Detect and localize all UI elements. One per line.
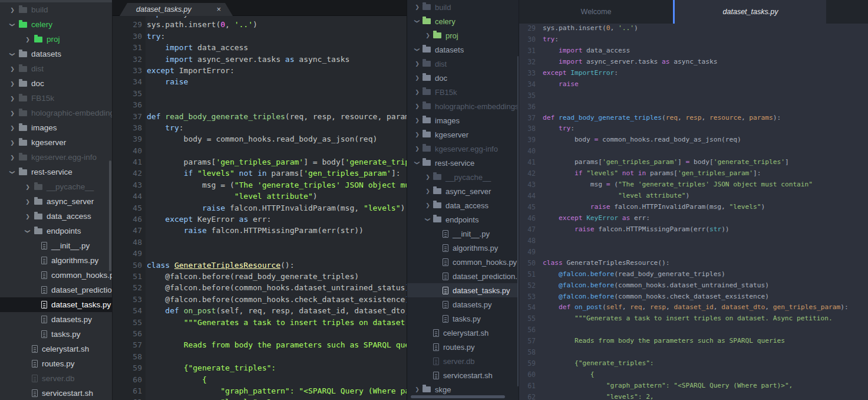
tree-item-datasets-py[interactable]: datasets.py <box>407 297 519 312</box>
chevron-right-icon[interactable]: ❯ <box>412 386 423 392</box>
tree-item-routes-py[interactable]: routes.py <box>0 356 112 371</box>
tree-item--pycache-[interactable]: ❯__pycache__ <box>0 179 112 194</box>
chevron-right-icon[interactable]: ❯ <box>21 37 34 42</box>
code-line[interactable]: 61 "graph_pattern": "<SPARQL Query (Wher… <box>519 382 868 393</box>
close-icon[interactable]: × <box>216 5 221 14</box>
code-line[interactable]: 61 "graph_pattern": "<SPARQL Query (Wher… <box>113 386 407 398</box>
chevron-right-icon[interactable]: ❯ <box>412 61 423 67</box>
tree-item-kgeserver-egg-info[interactable]: ❯kgeserver.egg-info <box>0 150 112 165</box>
chevron-down-icon[interactable]: ❯ <box>412 160 423 166</box>
chevron-down-icon[interactable]: ❯ <box>21 228 34 234</box>
code-line[interactable]: 30try: <box>113 32 407 43</box>
code-line[interactable]: 51 @falcon.before(read_body_generate_tri… <box>113 272 407 283</box>
code-line[interactable]: 62 "levels": 2, <box>519 393 868 400</box>
chevron-right-icon[interactable]: ❯ <box>412 146 423 152</box>
chevron-right-icon[interactable]: ❯ <box>6 7 19 13</box>
chevron-right-icon[interactable]: ❯ <box>6 96 19 101</box>
code-line[interactable]: 29sys.path.insert(0, '..') <box>519 24 868 35</box>
code-line[interactable]: 43 msg = ("The 'generate_triples' JSON o… <box>519 181 868 192</box>
tree-item-build[interactable]: ❯build <box>407 0 519 14</box>
tree-item-kgeserver-egg-info[interactable]: ❯kgeserver.egg-info <box>407 142 519 156</box>
tree-item-datasets[interactable]: ❯datasets <box>0 47 112 61</box>
tree-item-common-hooks-py[interactable]: common_hooks.py <box>0 268 112 283</box>
code-line[interactable]: 62 "levels": 2, <box>113 398 407 400</box>
code-line[interactable]: 53 @falcon.before(common_hooks.check_dat… <box>113 295 407 306</box>
code-line[interactable]: 51 @falcon.before(read_body_generate_tri… <box>519 270 868 281</box>
code-line[interactable]: 57 Reads from body the parameters such a… <box>113 340 407 352</box>
code-pane-left[interactable]: 28import sys29sys.path.insert(0, '..')30… <box>113 16 407 400</box>
code-line[interactable]: 44 "level attribute") <box>113 192 407 203</box>
code-line[interactable]: 34 raise <box>519 80 868 91</box>
tree-item-skge[interactable]: ❯skge <box>407 382 519 396</box>
code-line[interactable]: 43 msg = ("The 'generate_triples' JSON o… <box>113 181 407 192</box>
tree-item-holographic-embeddings[interactable]: ❯holographic-embeddings <box>0 106 112 120</box>
code-line[interactable]: 46 except KeyError as err: <box>113 215 407 226</box>
code-line[interactable]: 47 raise falcon.HTTPMissingParam(err(str… <box>519 225 868 237</box>
tree-item-datasets-py[interactable]: datasets.py <box>0 312 112 327</box>
code-line[interactable]: 59 {"generate_triples": <box>519 359 868 371</box>
chevron-down-icon[interactable]: ❯ <box>423 217 433 222</box>
code-line[interactable]: 41 params['gen_triples_param'] = body['g… <box>519 158 868 169</box>
tree-item-dist[interactable]: ❯dist <box>0 61 112 76</box>
chevron-right-icon[interactable]: ❯ <box>6 155 19 160</box>
tree-item-celerystart-sh[interactable]: celerystart.sh <box>0 342 112 356</box>
code-line[interactable]: 33except ImportError: <box>113 66 407 77</box>
tree-item-proj[interactable]: ❯proj <box>0 32 112 47</box>
tree-item-celery[interactable]: ❯celery <box>0 17 112 32</box>
chevron-right-icon[interactable]: ❯ <box>412 117 423 123</box>
code-line[interactable]: 50class GenerateTriplesResource(): <box>113 261 407 272</box>
tree-item-proj[interactable]: ❯proj <box>407 28 519 42</box>
tree-item--init-py[interactable]: __init__.py <box>407 227 519 241</box>
tree-item-algorithms-py[interactable]: algorithms.py <box>0 253 112 268</box>
tab-welcome[interactable]: Welcome <box>519 0 673 24</box>
chevron-right-icon[interactable]: ❯ <box>6 66 19 72</box>
chevron-down-icon[interactable]: ❯ <box>412 18 423 24</box>
chevron-right-icon[interactable]: ❯ <box>6 110 19 116</box>
code-line[interactable]: 30try: <box>519 35 868 47</box>
code-line[interactable]: 48 <box>113 238 407 249</box>
tree-item-common-hooks-py[interactable]: common_hooks.py <box>407 255 519 269</box>
code-line[interactable]: 28import sys <box>113 16 407 20</box>
code-line[interactable]: 49 <box>519 248 868 259</box>
code-line[interactable]: 31 import data_access <box>113 43 407 54</box>
code-line[interactable]: 48 <box>519 237 868 248</box>
code-line[interactable]: 60 { <box>519 371 868 382</box>
code-line[interactable]: 59 {"generate_triples": <box>113 363 407 375</box>
code-line[interactable]: 45 raise falcon.HTTPInvalidParam(msg, "l… <box>113 204 407 215</box>
code-line[interactable]: 34 raise <box>113 77 407 88</box>
scrollbar-thumb-horizontal[interactable] <box>411 395 505 398</box>
tree-item-dataset-tasks-py[interactable]: dataset_tasks.py <box>0 297 112 312</box>
code-line[interactable]: 52 @falcon.before(common_hooks.dataset_u… <box>113 283 407 294</box>
tab-dataset-tasks-right[interactable]: dataset_tasks.py <box>673 0 826 24</box>
code-line[interactable]: 35 <box>113 89 407 100</box>
chevron-down-icon[interactable]: ❯ <box>6 169 19 175</box>
tree-item-tasks-py[interactable]: tasks.py <box>0 327 112 342</box>
tree-item-async-server[interactable]: ❯async_server <box>407 184 519 198</box>
code-line[interactable]: 40 <box>519 147 868 158</box>
tree-item-data-access[interactable]: ❯data_access <box>0 209 112 224</box>
tree-item-dist[interactable]: ❯dist <box>407 57 519 71</box>
chevron-right-icon[interactable]: ❯ <box>6 125 19 131</box>
chevron-right-icon[interactable]: ❯ <box>21 184 34 190</box>
chevron-right-icon[interactable]: ❯ <box>21 199 34 205</box>
tree-item-build[interactable]: ❯build <box>0 2 112 17</box>
chevron-down-icon[interactable]: ❯ <box>6 51 19 57</box>
code-line[interactable]: 54 def on_post(self, req, resp, dataset_… <box>113 306 407 317</box>
code-line[interactable]: 44 "level attribute") <box>519 192 868 203</box>
tree-item-images[interactable]: ❯images <box>407 113 519 127</box>
chevron-right-icon[interactable]: ❯ <box>412 103 423 109</box>
tree-item-dataset-prediction-py[interactable]: dataset_prediction.py <box>407 269 519 283</box>
chevron-right-icon[interactable]: ❯ <box>6 140 19 146</box>
code-pane-right[interactable]: 29sys.path.insert(0, '..')30try:31 impor… <box>519 24 868 400</box>
code-line[interactable]: 32 import async_server.tasks as async_ta… <box>519 58 868 69</box>
tree-item-datasets[interactable]: ❯datasets <box>407 42 519 57</box>
code-line[interactable]: 55 """Generates a task to insert triples… <box>113 318 407 329</box>
tree-item-async-server[interactable]: ❯async_server <box>0 194 112 209</box>
code-line[interactable]: 46 except KeyError as err: <box>519 214 868 225</box>
code-line[interactable]: 42 if "levels" not in params['gen_triple… <box>113 169 407 180</box>
code-line[interactable]: 45 raise falcon.HTTPInvalidParam(msg, "l… <box>519 203 868 214</box>
chevron-down-icon[interactable]: ❯ <box>6 22 19 28</box>
code-line[interactable]: 38 try: <box>113 123 407 135</box>
code-line[interactable]: 56 <box>113 329 407 340</box>
chevron-right-icon[interactable]: ❯ <box>412 89 423 95</box>
